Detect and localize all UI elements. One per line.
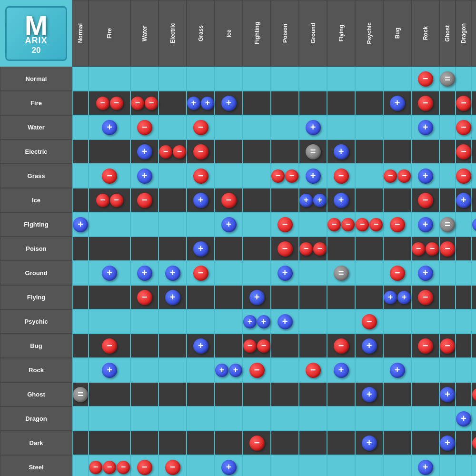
cell-electric-vs-dragon: − <box>456 139 472 164</box>
row-header-electric: Electric <box>0 139 72 164</box>
cell-flying-vs-dragon <box>456 285 472 309</box>
cell-fighting-vs-flying: −− <box>327 212 355 237</box>
cell-ground-vs-poison: + <box>271 261 299 285</box>
cell-dragon-vs-bug <box>383 407 411 431</box>
col-header-normal: Normal <box>72 0 89 67</box>
cell-fighting-vs-bug: − <box>383 212 411 237</box>
cell-grass-vs-flying: − <box>327 164 355 188</box>
cell-ice-vs-ghost <box>439 188 456 212</box>
cell-dragon-vs-water <box>130 407 159 431</box>
cell-normal-vs-flying <box>327 67 355 91</box>
row-header-psychic: Psychic <box>0 309 72 334</box>
cell-psychic-vs-dark: = <box>472 309 476 334</box>
cell-normal-vs-bug <box>383 67 411 91</box>
cell-psychic-vs-ice <box>215 309 243 334</box>
cell-flying-vs-poison <box>271 285 299 309</box>
cell-dragon-vs-dark <box>472 407 476 431</box>
cell-electric-vs-water: + <box>130 139 159 164</box>
cell-electric-vs-bug <box>383 139 411 164</box>
cell-rock-vs-fire: + <box>89 358 130 382</box>
cell-grass-vs-psychic <box>355 164 383 188</box>
cell-poison-vs-dragon <box>456 237 472 261</box>
cell-normal-vs-dark <box>472 67 476 91</box>
cell-fire-vs-fighting <box>243 91 271 115</box>
row-header-dark: Dark <box>0 431 72 455</box>
cell-steel-vs-grass <box>187 455 215 476</box>
cell-fighting-vs-electric <box>159 212 187 237</box>
cell-psychic-vs-normal <box>72 309 89 334</box>
cell-bug-vs-normal <box>72 334 89 358</box>
cell-ground-vs-bug: − <box>383 261 411 285</box>
cell-ice-vs-dragon: + <box>456 188 472 212</box>
cell-ground-vs-psychic <box>355 261 383 285</box>
cell-steel-vs-water: − <box>130 455 159 476</box>
cell-flying-vs-fighting: + <box>243 285 271 309</box>
cell-rock-vs-ground: − <box>299 358 327 382</box>
cell-dark-vs-fire <box>89 431 130 455</box>
cell-grass-vs-fighting <box>243 164 271 188</box>
cell-flying-vs-dark <box>472 285 476 309</box>
cell-normal-vs-electric <box>159 67 187 91</box>
cell-ice-vs-electric <box>159 188 187 212</box>
cell-flying-vs-ghost <box>439 285 456 309</box>
col-header-flying: Flying <box>327 0 355 67</box>
cell-dark-vs-fighting: − <box>243 431 271 455</box>
cell-grass-vs-ice <box>215 164 243 188</box>
cell-normal-vs-ground <box>299 67 327 91</box>
cell-fighting-vs-normal: + <box>72 212 89 237</box>
cell-fighting-vs-ground <box>299 212 327 237</box>
cell-poison-vs-ground: −− <box>299 237 327 261</box>
cell-dragon-vs-grass <box>187 407 215 431</box>
col-header-dragon: Dragon <box>456 0 472 67</box>
cell-dragon-vs-dragon: + <box>456 407 472 431</box>
cell-water-vs-electric <box>159 115 187 139</box>
cell-fire-vs-ghost <box>439 91 456 115</box>
cell-rock-vs-grass <box>187 358 215 382</box>
cell-grass-vs-fire: − <box>89 164 130 188</box>
cell-electric-vs-electric: −− <box>159 139 187 164</box>
cell-psychic-vs-ghost <box>439 309 456 334</box>
cell-poison-vs-water <box>130 237 159 261</box>
cell-water-vs-fire: + <box>89 115 130 139</box>
cell-fire-vs-dark <box>472 91 476 115</box>
cell-bug-vs-dragon <box>456 334 472 358</box>
cell-flying-vs-water: − <box>130 285 159 309</box>
cell-normal-vs-fire <box>89 67 130 91</box>
cell-poison-vs-normal <box>72 237 89 261</box>
cell-fire-vs-poison <box>271 91 299 115</box>
row-header-fire: Fire <box>0 91 72 115</box>
cell-fire-vs-electric <box>159 91 187 115</box>
cell-grass-vs-normal <box>72 164 89 188</box>
cell-ghost-vs-water <box>130 382 159 407</box>
col-header-grass: Grass <box>187 0 215 67</box>
cell-water-vs-fighting <box>243 115 271 139</box>
col-header-rock: Rock <box>411 0 439 67</box>
cell-ground-vs-ice <box>215 261 243 285</box>
cell-psychic-vs-bug <box>383 309 411 334</box>
cell-ice-vs-bug <box>383 188 411 212</box>
cell-psychic-vs-electric <box>159 309 187 334</box>
cell-dark-vs-ice <box>215 431 243 455</box>
cell-ghost-vs-dark: −− <box>472 382 476 407</box>
cell-bug-vs-ghost: − <box>439 334 456 358</box>
col-header-fire: Fire <box>89 0 130 67</box>
cell-dragon-vs-normal <box>72 407 89 431</box>
cell-bug-vs-fighting: −− <box>243 334 271 358</box>
cell-flying-vs-flying <box>327 285 355 309</box>
cell-dragon-vs-fighting <box>243 407 271 431</box>
cell-poison-vs-bug <box>383 237 411 261</box>
cell-dragon-vs-fire <box>89 407 130 431</box>
cell-dragon-vs-ice <box>215 407 243 431</box>
cell-grass-vs-grass: − <box>187 164 215 188</box>
cell-ghost-vs-fighting <box>243 382 271 407</box>
cell-poison-vs-fire <box>89 237 130 261</box>
cell-ice-vs-fighting <box>243 188 271 212</box>
col-header-poison: Poison <box>271 0 299 67</box>
cell-psychic-vs-psychic: − <box>355 309 383 334</box>
cell-ghost-vs-poison <box>271 382 299 407</box>
cell-bug-vs-bug <box>383 334 411 358</box>
cell-flying-vs-ground <box>299 285 327 309</box>
cell-dragon-vs-ground <box>299 407 327 431</box>
cell-dragon-vs-ghost <box>439 407 456 431</box>
col-header-dark: Dark <box>472 0 476 67</box>
